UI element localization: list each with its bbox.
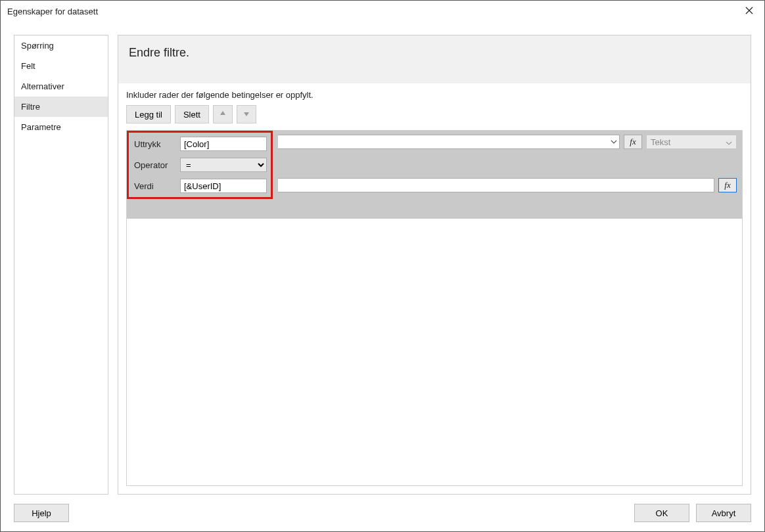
titlebar: Egenskaper for datasett — [1, 1, 764, 22]
datatype-value: Tekst — [651, 137, 670, 147]
instruction-text: Inkluder rader der følgende betingelser … — [126, 90, 743, 100]
expression-fx-button[interactable]: fx — [624, 135, 642, 149]
window-title: Egenskaper for datasett — [7, 7, 98, 16]
highlight-annotation: Uttrykk Operator = Verdi — [127, 131, 273, 199]
dialog-body: Spørring Felt Alternativer Filtre Parame… — [1, 22, 764, 495]
value-row-extras: fx — [278, 178, 737, 192]
help-button[interactable]: Hjelp — [14, 504, 69, 522]
move-down-button[interactable] — [237, 105, 256, 123]
move-up-button[interactable] — [213, 105, 233, 123]
operator-select[interactable]: = — [180, 158, 267, 172]
filter-row: Uttrykk Operator = Verdi — [127, 131, 742, 219]
sidebar-item-fields[interactable]: Felt — [14, 56, 108, 76]
dialog-window: Egenskaper for datasett Spørring Felt Al… — [0, 0, 765, 532]
chevron-down-icon — [726, 139, 732, 148]
datatype-select[interactable]: Tekst — [646, 135, 737, 149]
ok-button[interactable]: OK — [634, 504, 689, 522]
panel-body: Inkluder rader der følgende betingelser … — [118, 83, 751, 494]
arrow-up-icon — [219, 110, 227, 120]
delete-button[interactable]: Slett — [175, 105, 209, 123]
value-input-extended[interactable] — [278, 178, 714, 192]
expression-combo[interactable] — [278, 135, 620, 149]
add-button[interactable]: Legg til — [126, 105, 171, 123]
close-icon — [745, 7, 753, 16]
operator-label: Operator — [134, 160, 180, 170]
sidebar: Spørring Felt Alternativer Filtre Parame… — [14, 35, 108, 495]
cancel-button[interactable]: Avbryt — [696, 504, 751, 522]
value-fx-button[interactable]: fx — [718, 178, 737, 192]
main-panel: Endre filtre. Inkluder rader der følgend… — [118, 35, 751, 495]
dialog-footer: Hjelp OK Avbryt — [1, 495, 764, 531]
expression-input[interactable] — [180, 137, 267, 151]
arrow-down-icon — [243, 110, 250, 120]
filter-toolbar: Legg til Slett — [126, 105, 743, 123]
filter-list: Uttrykk Operator = Verdi — [126, 130, 743, 486]
filter-empty-area — [127, 219, 742, 485]
expression-row-extras: fx Tekst — [278, 135, 737, 149]
sidebar-item-query[interactable]: Spørring — [14, 35, 108, 56]
value-label: Verdi — [134, 181, 180, 191]
expression-label: Uttrykk — [134, 139, 180, 149]
sidebar-item-filters[interactable]: Filtre — [14, 97, 108, 117]
panel-header: Endre filtre. — [118, 35, 751, 83]
expression-combo-input[interactable] — [278, 135, 620, 149]
sidebar-item-parameters[interactable]: Parametre — [14, 117, 108, 137]
value-input[interactable] — [180, 179, 267, 193]
sidebar-item-options[interactable]: Alternativer — [14, 76, 108, 97]
close-button[interactable] — [734, 1, 764, 22]
